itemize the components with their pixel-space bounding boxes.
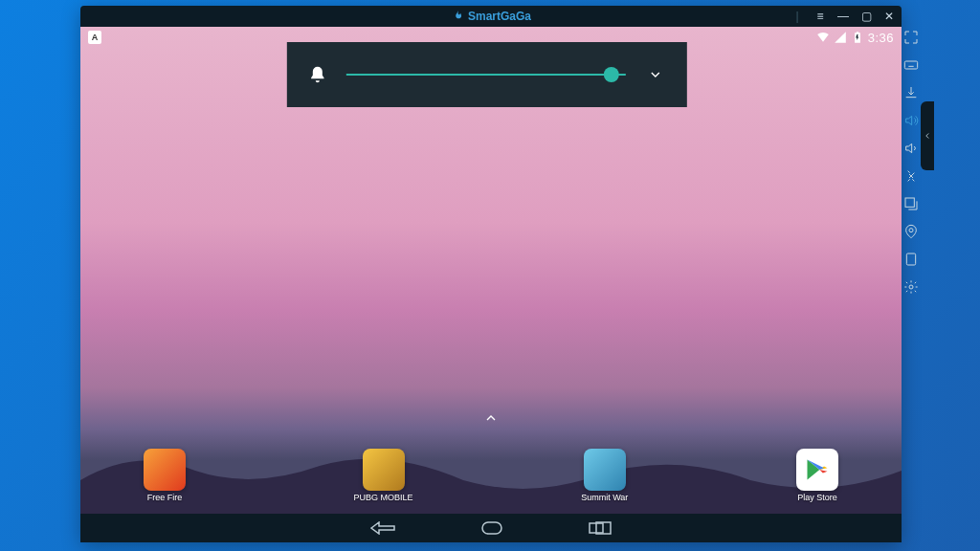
bell-icon (308, 65, 327, 84)
screenshot-icon[interactable] (902, 167, 920, 185)
menu-button[interactable]: ≡ (813, 10, 827, 23)
svg-rect-6 (906, 253, 915, 265)
app-label: Free Fire (147, 493, 183, 502)
settings-icon[interactable] (902, 278, 920, 296)
close-button[interactable]: ✕ (882, 10, 896, 23)
sidebar-collapse-tab[interactable] (921, 101, 934, 170)
minimize-button[interactable]: — (836, 10, 850, 23)
rotate-icon[interactable] (902, 251, 920, 268)
location-icon[interactable] (902, 223, 920, 240)
multi-instance-icon[interactable] (902, 195, 920, 212)
svg-point-7 (909, 285, 913, 289)
app-summit-war[interactable]: Summit War (581, 449, 628, 502)
app-play-store[interactable]: Play Store (796, 449, 838, 502)
app-icon (796, 449, 838, 491)
emulator-window: SmartGaGa | ≡ — ▢ ✕ A 3:36 (80, 6, 902, 542)
window-controls: | ≡ — ▢ ✕ (791, 6, 896, 27)
maximize-button[interactable]: ▢ (859, 10, 873, 23)
svg-point-5 (909, 229, 913, 232)
app-dock: Free Fire PUBG MOBILE Summit War Play St… (80, 449, 902, 502)
expand-button[interactable] (645, 64, 666, 85)
separator: | (791, 10, 804, 23)
signal-icon (834, 31, 847, 44)
nav-back-button[interactable] (370, 521, 395, 535)
app-free-fire[interactable]: Free Fire (144, 449, 186, 502)
app-label: PUBG MOBILE (354, 493, 413, 502)
app-drawer-indicator[interactable] (483, 410, 499, 430)
app-icon (363, 449, 405, 491)
app-label: Summit War (581, 493, 628, 502)
volume-panel (287, 42, 687, 107)
nav-recents-button[interactable] (589, 521, 612, 535)
install-apk-icon[interactable] (902, 84, 920, 101)
titlebar: SmartGaGa | ≡ — ▢ ✕ (80, 6, 902, 27)
app-pubg-mobile[interactable]: PUBG MOBILE (354, 449, 413, 502)
volume-icon[interactable] (902, 140, 920, 157)
svg-rect-4 (905, 198, 914, 207)
android-screen: A 3:36 Free Fire (80, 27, 902, 542)
keyboard-icon[interactable] (902, 56, 920, 74)
svg-rect-0 (482, 522, 501, 534)
fullscreen-icon[interactable] (902, 29, 920, 46)
battery-icon (851, 31, 864, 44)
svg-rect-3 (904, 61, 917, 69)
brand-text: SmartGaGa (468, 10, 531, 23)
wifi-icon (816, 31, 830, 44)
volume-slider[interactable] (346, 74, 626, 76)
status-time: 3:36 (868, 31, 894, 45)
brand-flame-icon (451, 10, 464, 23)
android-navbar (80, 514, 902, 542)
app-icon (584, 449, 626, 491)
volume-slider-thumb[interactable] (604, 67, 619, 82)
status-badge: A (88, 31, 101, 44)
app-icon (144, 449, 186, 491)
volume-on-icon[interactable] (902, 112, 920, 129)
status-right: 3:36 (816, 31, 894, 45)
app-label: Play Store (797, 493, 837, 502)
emulator-sidebar (900, 29, 923, 296)
brand: SmartGaGa (451, 10, 531, 23)
nav-home-button[interactable] (481, 521, 502, 535)
